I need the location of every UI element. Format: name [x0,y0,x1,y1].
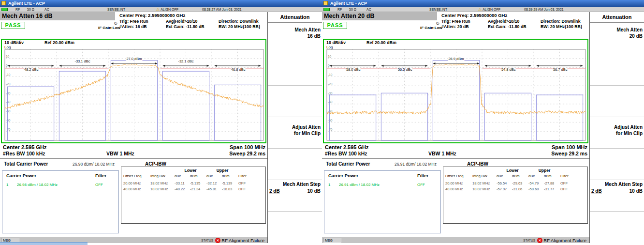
spectrum-display: 100-10-20-30-40-50-60-70-58.0 dBc-56.5 d… [323,39,588,143]
offset-table-row: 40.00 MHz18.02 MHz-57.97-31.06-58.68-31.… [443,186,587,192]
coupling-label: AC [44,7,49,12]
svg-text:-60: -60 [6,119,11,122]
svg-text:-50: -50 [6,109,11,113]
center-freq-setting: Center Freq: 2.595000000 GHz [441,13,589,18]
analyzer-window: Agilent LTE - ACP RF 50 Ω AC SENSE:INT ⚠… [0,0,322,243]
rf-input-label: RF [337,7,342,12]
softkey-menu: Attenuation Mech Atten 16 dB Adjust Atte… [267,12,322,243]
offset-table-cell: -56.54 [497,181,512,186]
status-strip: RF 50 Ω AC SENSE:INT ⚠ALIGN OFF 08:38:27… [0,7,322,12]
center-freq-setting: Center Freq: 2.595000000 GHz [119,13,267,18]
impedance-label: 50 Ω [349,7,356,12]
svg-text:-32.1 dBc: -32.1 dBc [178,59,193,63]
offset-table-cell: -31.06 [512,186,528,192]
carrier-row: 1 26.98 dBm / 18.02 MHz OFF [2,183,118,187]
softkey-mech-atten[interactable]: Mech Atten 20 dB [590,23,644,54]
if-gain-label: IF Gain:Low [98,26,120,30]
avg-hold-setting: Avg|Hold>10/10 [166,19,197,24]
trigger-setting: Trig: Free Run [119,19,148,24]
svg-text:-70: -70 [328,128,333,131]
offset-table-cell: 40.00 MHz [445,186,472,192]
col-filter: Filter [238,173,255,179]
bw-setting: BW: 20 MHz(100 RB) [219,24,260,29]
carrier-power-table: Carrier Power Filter 1 26.91 dBm / 18.02… [324,170,441,233]
frequency-readout-row: Center 2.595 GHz Span 100 MHz [323,144,588,151]
lower-group-header: Lower [184,168,196,173]
upper-group-header: Upper [217,168,229,173]
col-integ-bw: Integ BW [150,173,175,179]
softkey-mech-atten[interactable]: Mech Atten 16 dB [268,23,322,54]
pass-badge: PASS [323,22,347,29]
offset-table-cell: OFF [238,181,255,186]
svg-text:27.0 dBm: 27.0 dBm [126,57,142,61]
step-option-2db[interactable]: 2 dB [591,188,602,194]
ref-level-label: Ref 20.00 dBm [366,40,396,45]
svg-text:-33.1 dBc: -33.1 dBc [74,59,90,63]
carrier-index: 1 [328,183,330,187]
col-upper-dbm: dBm [222,173,238,179]
col-offset-freq: Offset Freq [123,173,150,179]
warning-icon: ⚠ [156,7,160,12]
spectrum-display: 100-10-20-30-40-50-60-70-48.2 dBc-33.1 d… [1,39,266,143]
menu-title: Attenuation [590,14,644,20]
col-lower-dbc: dBc [175,173,190,179]
carrier-filter-value: OFF [95,183,103,187]
mech-atten-step-options: 2 dB 10 dB [268,188,322,195]
rf-input-label: RF [15,7,20,12]
carrier-power-header: Carrier Power [6,173,36,178]
offset-table-row: 40.00 MHz18.02 MHz-48.22-21.24-45.81-18.… [121,186,265,192]
offset-table-cell: 20.00 MHz [123,181,150,186]
window-titlebar[interactable]: Agilent LTE - ACP [322,0,644,7]
error-x-icon: ✕ [215,238,220,243]
rf-alignment-failure-text: RF Alignment Failure [543,238,586,243]
window-titlebar[interactable]: Agilent LTE - ACP [0,0,322,7]
carrier-index: 1 [6,183,8,187]
step-option-10db[interactable]: 10 dB [629,188,643,194]
offset-table-cell: OFF [560,181,577,186]
total-carrier-power-value: 26.91 dBm/ 18.02 MHz [395,162,437,167]
acp-ibw-title: ACP-IBW [467,161,488,167]
offset-table-cell: 18.02 MHz [472,181,497,186]
status-label: STATUS [523,239,535,242]
menu-divider [590,85,644,86]
softkey-mech-atten-step[interactable]: Mech Atten Step 2 dB 10 dB [590,180,644,211]
ref-level-label: Ref 20.00 dBm [44,40,74,45]
svg-text:10: 10 [328,55,332,58]
scale-per-div-label: 10 dB/div [326,40,346,45]
step-option-10db[interactable]: 10 dB [307,188,321,194]
align-off-label: ALIGN OFF [161,8,178,11]
menu-title: Attenuation [268,14,322,20]
svg-text:-10: -10 [328,73,333,77]
trigger-setting: Trig: Free Run [441,19,470,24]
softkey-adjust-atten-min-clip[interactable]: Adjust Atten for Min Clip [590,117,644,148]
sweep-readout: Sweep 29.2 ms [551,151,587,156]
atten-setting: #Atten: 16 dB [119,24,147,29]
rf-alignment-failure-text: RF Alignment Failure [221,238,264,243]
col-upper-dbc: dBc [206,173,222,179]
softkey-mech-atten-step[interactable]: Mech Atten Step 2 dB 10 dB [268,180,322,211]
mech-atten-softkey-label: Mech Atten [590,27,644,33]
analyzer-window: Agilent LTE - ACP RF 50 Ω AC SENSE:INT ⚠… [322,0,644,243]
step-option-2db[interactable]: 2 dB [269,188,280,194]
sweep-readout: Sweep 29.2 ms [229,151,265,156]
atten-setting: #Atten: 20 dB [441,24,469,29]
desktop-stage: Agilent LTE - ACP RF 50 Ω AC SENSE:INT ⚠… [0,0,644,245]
menu-divider [590,211,644,212]
mech-atten-softkey-value: 20 dB [590,33,644,39]
offset-table-cell: -32.12 [206,181,222,186]
lower-group-header: Lower [506,168,518,173]
offset-table-cell: OFF [560,186,577,192]
sense-label: SENSE:INT [107,7,125,12]
clock: 08:38:27 AM Jun 03, 2021 [202,7,242,12]
adjust-atten-line1: Adjust Atten [268,124,322,130]
menu-divider [268,85,322,86]
softkey-adjust-atten-min-clip[interactable]: Adjust Atten for Min Clip [268,117,322,148]
svg-text:-20: -20 [6,82,11,86]
res-bw-readout: #Res BW 100 kHz [325,151,367,156]
offset-table-cell: -54.79 [528,181,544,186]
total-carrier-power-label: Total Carrier Power [326,161,370,167]
mech-atten-step-options: 2 dB 10 dB [590,188,644,195]
measurement-title-bar: Mech Atten 16 dB [0,12,115,20]
svg-text:-56.5 dBc: -56.5 dBc [396,67,412,72]
log-scale-label: Log [326,45,333,49]
